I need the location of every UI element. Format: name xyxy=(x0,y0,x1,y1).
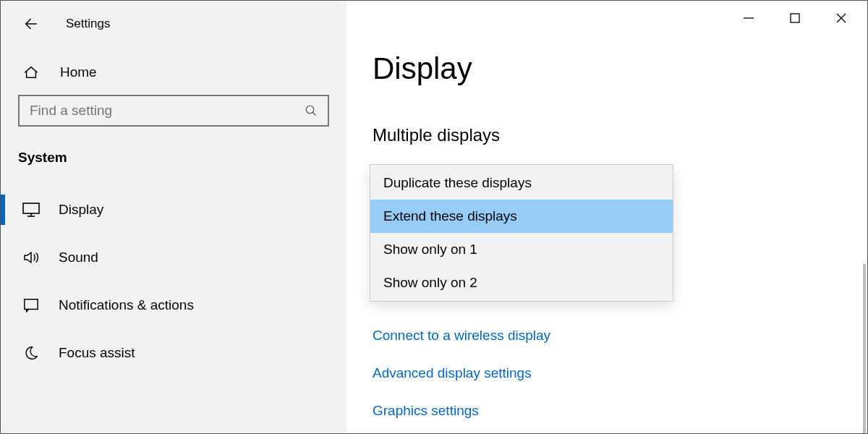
sidebar-item-label: Focus assist xyxy=(59,345,135,361)
minimize-button[interactable] xyxy=(728,5,769,31)
sidebar-item-label: Sound xyxy=(59,250,98,265)
page-title: Display xyxy=(373,51,867,86)
svg-rect-6 xyxy=(23,203,39,213)
monitor-icon xyxy=(22,203,40,217)
multiple-displays-dropdown[interactable]: Duplicate these displays Extend these di… xyxy=(370,164,673,302)
sidebar-item-focus-assist[interactable]: Focus assist xyxy=(1,329,346,377)
app-title: Settings xyxy=(66,17,110,31)
home-label: Home xyxy=(60,64,97,80)
dropdown-option[interactable]: Extend these displays xyxy=(370,200,673,233)
link-graphics-settings[interactable]: Graphics settings xyxy=(373,403,867,419)
active-indicator xyxy=(1,195,5,225)
svg-rect-1 xyxy=(791,14,799,22)
dropdown-option[interactable]: Show only on 2 xyxy=(370,266,673,299)
close-button[interactable] xyxy=(821,5,861,31)
home-icon xyxy=(22,64,40,80)
section-title: Multiple displays xyxy=(373,125,867,145)
svg-rect-9 xyxy=(25,299,38,310)
dropdown-option[interactable]: Duplicate these displays xyxy=(370,166,673,200)
sidebar-item-label: Display xyxy=(59,202,103,218)
search-input[interactable] xyxy=(18,95,329,127)
search-field[interactable] xyxy=(30,103,305,119)
sidebar-item-notifications[interactable]: Notifications & actions xyxy=(1,281,346,329)
notifications-icon xyxy=(22,297,40,313)
sidebar-item-display[interactable]: Display xyxy=(1,186,346,234)
sidebar: Settings Home System Display xyxy=(1,1,346,433)
scrollbar[interactable] xyxy=(863,264,866,434)
home-nav-item[interactable]: Home xyxy=(1,40,346,95)
link-advanced-display-settings[interactable]: Advanced display settings xyxy=(373,365,867,381)
search-icon xyxy=(305,104,318,117)
sidebar-item-sound[interactable]: Sound xyxy=(1,234,346,281)
maximize-button[interactable] xyxy=(775,5,815,31)
back-button[interactable] xyxy=(21,14,41,34)
content-pane: Display Multiple displays Connect to a w… xyxy=(346,1,867,433)
svg-line-5 xyxy=(312,112,315,115)
sound-icon xyxy=(22,250,40,265)
dropdown-option[interactable]: Show only on 1 xyxy=(370,233,673,266)
moon-icon xyxy=(22,345,40,361)
sidebar-item-label: Notifications & actions xyxy=(59,297,194,313)
sidebar-section-label: System xyxy=(1,127,346,179)
